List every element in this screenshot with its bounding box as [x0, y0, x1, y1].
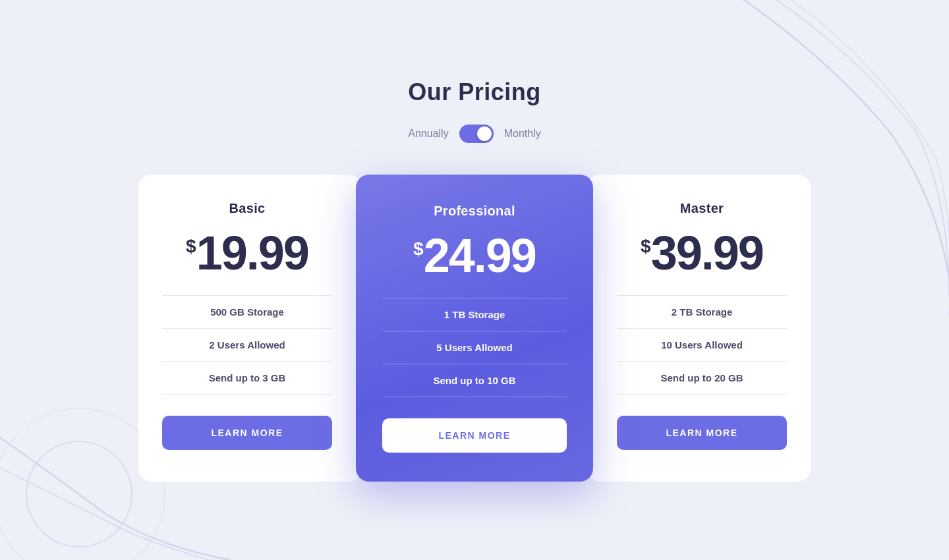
feature-list-master: 2 TB Storage 10 Users Allowed Send up to… — [617, 295, 787, 395]
page-title: Our Pricing — [408, 78, 541, 106]
price-amount-basic: 19.99 — [196, 229, 308, 277]
feature-basic-0: 500 GB Storage — [162, 295, 332, 329]
learn-more-master[interactable]: LEARN MORE — [617, 416, 787, 450]
annually-label: Annually — [408, 128, 448, 140]
price-currency-master: $ — [641, 237, 651, 256]
toggle-knob — [477, 126, 492, 141]
billing-toggle-switch[interactable] — [459, 125, 494, 143]
price-amount-master: 39.99 — [651, 229, 763, 277]
monthly-label: Monthly — [504, 128, 541, 140]
page-content: Our Pricing Annually Monthly Basic $ 19.… — [0, 78, 949, 482]
feature-list-basic: 500 GB Storage 2 Users Allowed Send up t… — [162, 295, 332, 395]
learn-more-basic[interactable]: LEARN MORE — [162, 416, 332, 450]
price-currency-basic: $ — [186, 237, 196, 256]
price-amount-professional: 24.99 — [424, 232, 536, 279]
billing-toggle-container: Annually Monthly — [408, 125, 540, 143]
feature-pro-1: 5 Users Allowed — [382, 331, 567, 364]
feature-basic-1: 2 Users Allowed — [162, 329, 332, 362]
price-basic: $ 19.99 — [186, 229, 308, 277]
feature-pro-0: 1 TB Storage — [382, 298, 567, 331]
plan-name-professional: Professional — [434, 204, 515, 219]
pricing-cards-container: Basic $ 19.99 500 GB Storage 2 Users All… — [138, 175, 811, 482]
price-professional: $ 24.99 — [413, 232, 536, 279]
plan-card-master: Master $ 39.99 2 TB Storage 10 Users All… — [587, 175, 811, 482]
plan-name-master: Master — [680, 201, 724, 216]
feature-list-professional: 1 TB Storage 5 Users Allowed Send up to … — [382, 298, 567, 397]
plan-name-basic: Basic — [229, 201, 266, 216]
feature-master-0: 2 TB Storage — [617, 295, 787, 329]
learn-more-professional[interactable]: LEARN MORE — [382, 418, 567, 453]
feature-basic-2: Send up to 3 GB — [162, 362, 332, 395]
price-currency-professional: $ — [413, 240, 424, 258]
plan-card-basic: Basic $ 19.99 500 GB Storage 2 Users All… — [138, 175, 362, 482]
price-master: $ 39.99 — [641, 229, 763, 277]
plan-card-professional: Professional $ 24.99 1 TB Storage 5 User… — [356, 175, 593, 482]
feature-pro-2: Send up to 10 GB — [382, 364, 567, 397]
feature-master-2: Send up to 20 GB — [617, 362, 787, 395]
feature-master-1: 10 Users Allowed — [617, 329, 787, 362]
